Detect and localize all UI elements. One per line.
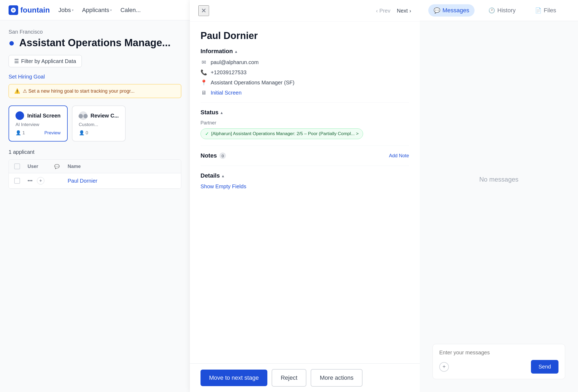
tab-messages[interactable]: 💬 Messages (428, 4, 475, 17)
information-section-header: Information ▴ (201, 48, 409, 55)
show-empty-fields-link[interactable]: Show Empty Fields (201, 183, 246, 189)
history-icon: 🕐 (488, 7, 495, 14)
messages-area: No messages (420, 21, 578, 338)
message-input-container: + Send (433, 344, 565, 379)
email-item: ✉ paul@alpharun.com (201, 59, 409, 65)
move-to-next-stage-button[interactable]: Move to next stage (201, 370, 267, 386)
right-panel-tabs: 💬 Messages 🕐 History 📄 Files (420, 0, 578, 21)
notes-header: Notes 0 Add Note (201, 152, 409, 159)
information-chevron-icon: ▴ (235, 49, 237, 54)
reject-button[interactable]: Reject (272, 369, 306, 387)
add-note-button[interactable]: Add Note (389, 153, 409, 159)
files-icon: 📄 (535, 7, 542, 14)
stage-link[interactable]: Initial Screen (211, 90, 242, 96)
modal-nav: ‹ Prev Next › (376, 8, 411, 14)
no-messages-label: No messages (479, 176, 519, 183)
details-section: Details ▴ Show Empty Fields (201, 172, 409, 190)
location-icon: 📍 (201, 79, 207, 86)
divider-3 (201, 166, 409, 166)
stage-icon: 🖥 (201, 89, 207, 96)
stage-item: 🖥 Initial Screen (201, 89, 409, 96)
position-item: 📍 Assistant Operations Manager (SF) (201, 79, 409, 86)
email-icon: ✉ (201, 59, 207, 65)
modal-panel: ✕ ‹ Prev Next › Paul Dornier Information… (190, 0, 420, 392)
partner-badge[interactable]: ✓ [Alpharun] Assistant Operations Manage… (201, 128, 363, 139)
divider-2 (201, 146, 409, 146)
modal-content: Paul Dornier Information ▴ ✉ paul@alphar… (190, 22, 420, 363)
prev-button[interactable]: ‹ Prev (376, 8, 390, 14)
notes-count-badge: 0 (219, 152, 226, 159)
tab-files[interactable]: 📄 Files (530, 4, 561, 17)
right-panel: 💬 Messages 🕐 History 📄 Files No messages… (420, 0, 578, 392)
modal-top-bar: ✕ ‹ Prev Next › (190, 0, 420, 22)
next-button[interactable]: Next › (397, 8, 411, 14)
phone-icon: 📞 (201, 69, 207, 76)
message-input[interactable] (439, 350, 558, 356)
tab-history[interactable]: 🕐 History (483, 4, 521, 17)
more-actions-button[interactable]: More actions (311, 369, 363, 387)
messages-icon: 💬 (434, 7, 440, 14)
status-section: Status ▴ Partner ✓ [Alpharun] Assistant … (201, 109, 409, 139)
send-button[interactable]: Send (531, 360, 558, 374)
badge-check-icon: ✓ (205, 131, 209, 137)
candidate-name: Paul Dornier (201, 30, 409, 41)
modal-overlay: ✕ ‹ Prev Next › Paul Dornier Information… (0, 0, 578, 392)
close-button[interactable]: ✕ (198, 5, 209, 16)
modal-footer: Move to next stage Reject More actions (190, 363, 420, 392)
status-chevron-icon: ▴ (221, 110, 223, 115)
divider-1 (201, 102, 409, 103)
details-chevron-icon: ▴ (222, 173, 224, 178)
attach-button[interactable]: + (439, 362, 449, 372)
phone-item: 📞 +12039127533 (201, 69, 409, 76)
